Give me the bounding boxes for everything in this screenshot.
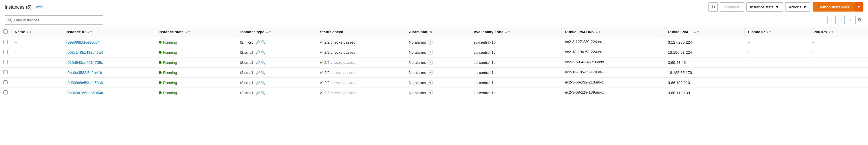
instance-id-link[interactable]: i-003c148b1438b47a4: [65, 50, 103, 55]
row-checkbox[interactable]: [3, 60, 7, 64]
row-checkbox-cell[interactable]: [0, 68, 11, 78]
col-instance-type[interactable]: Instance type ▲▼: [237, 27, 316, 37]
instances-table: Name ▲▼ Instance ID ▲▼ Instance state ▲▼: [0, 27, 868, 98]
zoom-out-icon[interactable]: 🔍: [261, 50, 266, 55]
col-name[interactable]: Name ▲▼: [11, 27, 62, 37]
instance-id-link[interactable]: i-0a060a166beb5354a: [65, 91, 103, 95]
instance-id-link[interactable]: i-019d643ae4014705c: [65, 60, 103, 65]
row-alarm-status: No alarms +: [405, 68, 470, 78]
add-alarm-button[interactable]: +: [428, 60, 433, 65]
zoom-out-icon[interactable]: 🔍: [261, 81, 266, 85]
sort-icon: ▲▼: [266, 30, 271, 34]
instance-id-link[interactable]: i-0d808c8e59bee58a6: [65, 81, 103, 85]
row-name: –: [11, 47, 62, 58]
page-title: Instances (6): [5, 4, 32, 10]
row-checkbox-cell[interactable]: [0, 37, 11, 47]
row-checkbox-cell[interactable]: [0, 47, 11, 58]
running-status-icon: [158, 91, 162, 95]
zoom-out-icon[interactable]: 🔍: [261, 91, 266, 95]
instance-id-link[interactable]: i-09e098bf1ce3cdd4f: [65, 40, 100, 44]
sort-icon: ▲▼: [185, 30, 190, 34]
zoom-out-icon[interactable]: 🔍: [261, 40, 266, 44]
zoom-in-icon[interactable]: 🔎: [255, 50, 260, 55]
row-status-check: ✔ 2/2 checks passed: [316, 47, 405, 58]
launch-dropdown-button[interactable]: ▼: [854, 2, 863, 11]
magnify-icons: 🔎 🔍: [255, 50, 266, 55]
row-instance-state: Running: [155, 58, 237, 68]
add-alarm-button[interactable]: +: [428, 50, 433, 55]
row-checkbox-cell[interactable]: [0, 58, 11, 68]
row-checkbox-cell[interactable]: [0, 78, 11, 88]
zoom-in-icon[interactable]: 🔎: [256, 40, 260, 44]
running-status-icon: [158, 40, 162, 44]
zoom-out-icon[interactable]: 🔍: [261, 70, 266, 75]
zoom-in-icon[interactable]: 🔎: [255, 81, 260, 85]
col-availability-zone[interactable]: Availability Zone ▲▼: [470, 27, 561, 37]
zoom-in-icon[interactable]: 🔎: [255, 70, 260, 75]
add-alarm-button[interactable]: +: [428, 40, 433, 45]
row-public-ipv4-dns: ec2-3-68-119-139.eu-c...: [561, 88, 664, 98]
col-instance-state[interactable]: Instance state ▲▼: [155, 27, 237, 37]
col-public-ipv4-dns[interactable]: Public IPv4 DNS ▲▼: [561, 27, 664, 37]
col-alarm-status[interactable]: Alarm status: [405, 27, 470, 37]
svg-point-0: [159, 41, 161, 44]
row-checkbox[interactable]: [3, 90, 7, 95]
row-name: –: [11, 88, 62, 98]
row-instance-type: t2.micro 🔎 🔍: [237, 37, 316, 47]
row-checkbox[interactable]: [3, 70, 7, 74]
row-instance-type: t2.small 🔎 🔍: [237, 78, 316, 88]
instances-table-container: Name ▲▼ Instance ID ▲▼ Instance state ▲▼: [0, 27, 868, 98]
col-public-ipv4[interactable]: Public IPv4 ... ▲▼: [664, 27, 744, 37]
running-status-icon: [158, 61, 162, 64]
col-ipv6-ips[interactable]: IPv6 IPs ▲▼: [809, 27, 868, 37]
row-checkbox[interactable]: [3, 40, 7, 44]
col-elastic-ip[interactable]: Elastic IP ▲▼: [744, 27, 809, 37]
add-alarm-button[interactable]: +: [428, 90, 433, 95]
row-checkbox[interactable]: [3, 80, 7, 84]
next-page-button[interactable]: ›: [846, 16, 854, 24]
select-all-header[interactable]: [0, 27, 11, 37]
search-icon: 🔍: [7, 17, 12, 22]
zoom-in-icon[interactable]: 🔎: [255, 60, 260, 65]
add-alarm-button[interactable]: +: [428, 80, 433, 85]
prev-page-button[interactable]: ‹: [828, 16, 836, 24]
instance-state-button[interactable]: Instance state ▼: [746, 2, 783, 11]
row-name: –: [11, 58, 62, 68]
actions-button[interactable]: Actions ▼: [785, 2, 811, 11]
svg-point-3: [159, 71, 161, 74]
row-status-check: ✔ 2/2 checks passed: [316, 68, 405, 78]
row-ipv6-ips: –: [809, 78, 868, 88]
zoom-in-icon[interactable]: 🔎: [255, 91, 260, 95]
info-link[interactable]: Info: [36, 5, 42, 9]
instance-id-link[interactable]: i-0ba9e3583f342b41b: [65, 70, 102, 75]
row-instance-type: t2.small 🔎 🔍: [237, 47, 316, 58]
sort-icon: ▲▼: [87, 30, 93, 34]
svg-point-1: [159, 51, 161, 54]
connect-button[interactable]: Connect: [720, 2, 744, 11]
refresh-button[interactable]: ↻: [709, 2, 718, 11]
row-ipv6-ips: –: [809, 58, 868, 68]
launch-instances-button[interactable]: Launch instances: [813, 2, 854, 11]
add-alarm-button[interactable]: +: [428, 70, 433, 75]
select-all-checkbox[interactable]: [3, 30, 7, 34]
row-instance-id: i-019d643ae4014705c: [62, 58, 155, 68]
search-input[interactable]: [14, 18, 100, 22]
row-instance-state: Running: [155, 88, 237, 98]
row-elastic-ip: –: [744, 68, 809, 78]
zoom-out-icon[interactable]: 🔍: [261, 60, 266, 65]
chevron-down-icon: ▼: [803, 5, 807, 9]
table-settings-button[interactable]: ⚙: [855, 16, 863, 24]
magnify-icons: 🔎 🔍: [256, 40, 266, 44]
col-status-check[interactable]: Status check: [316, 27, 405, 37]
row-checkbox[interactable]: [3, 50, 7, 54]
table-row: – i-0a060a166beb5354a Running t2.small 🔎…: [0, 88, 868, 98]
sort-icon: ▲▼: [766, 30, 772, 34]
toolbar: Instances (6) Info ↻ Connect Instance st…: [0, 0, 868, 14]
row-availability-zone: eu-central-1c: [470, 78, 561, 88]
col-instance-id[interactable]: Instance ID ▲▼: [62, 27, 155, 37]
row-public-ipv4-dns: ec2-3-69-43-46.eu-cent...: [561, 58, 664, 68]
row-instance-id: i-09e098bf1ce3cdd4f: [62, 37, 155, 47]
row-instance-id: i-0ba9e3583f342b41b: [62, 68, 155, 78]
row-checkbox-cell[interactable]: [0, 88, 11, 98]
row-public-ipv4: 3.66.192.210: [664, 78, 744, 88]
